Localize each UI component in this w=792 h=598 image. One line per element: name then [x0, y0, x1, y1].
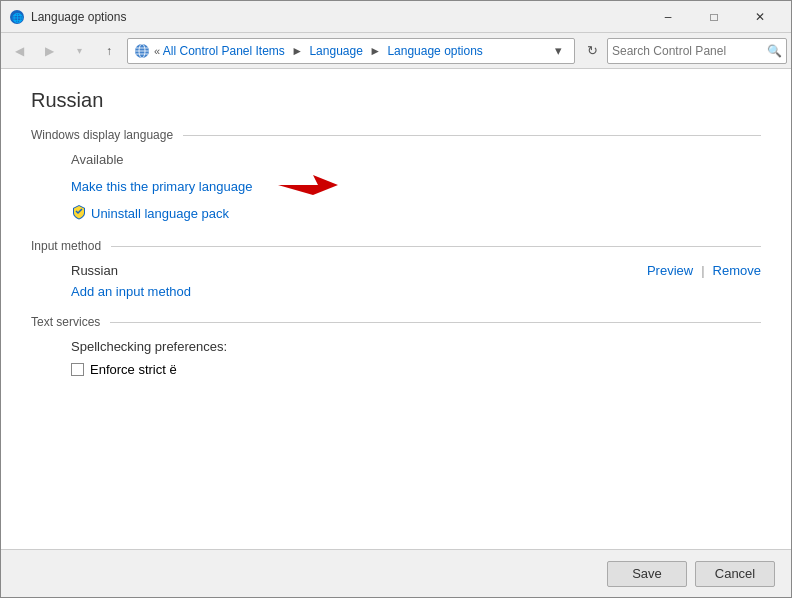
svg-marker-7 [278, 175, 338, 195]
up-button[interactable]: ↑ [95, 37, 123, 65]
address-dropdown-button[interactable]: ▾ [548, 39, 568, 63]
address-bar: ◀ ▶ ▾ ↑ « All Control Panel Items ► Lang… [1, 33, 791, 69]
refresh-button[interactable]: ↻ [579, 38, 605, 64]
red-arrow-indicator [268, 173, 338, 200]
forward-button[interactable]: ▶ [35, 37, 63, 65]
input-method-name: Russian [71, 263, 118, 278]
uninstall-row: Uninstall language pack [71, 204, 761, 223]
section-divider-2 [111, 246, 761, 247]
minimize-button[interactable]: – [645, 1, 691, 33]
display-language-section: Windows display language Available Make … [31, 128, 761, 223]
title-bar-controls: – □ ✕ [645, 1, 783, 33]
action-separator: | [701, 263, 704, 278]
display-language-header: Windows display language [31, 128, 761, 142]
shield-icon [71, 204, 87, 223]
maximize-button[interactable]: □ [691, 1, 737, 33]
input-method-header: Input method [31, 239, 761, 253]
preview-link[interactable]: Preview [647, 263, 693, 278]
text-services-label: Text services [31, 315, 100, 329]
recent-pages-button[interactable]: ▾ [65, 37, 93, 65]
breadcrumb-control-panel[interactable]: All Control Panel Items [163, 44, 285, 58]
address-path: « All Control Panel Items ► Language ► L… [127, 38, 575, 64]
enforce-strict-checkbox[interactable] [71, 363, 84, 376]
search-box: 🔍 [607, 38, 787, 64]
text-services-section: Text services Spellchecking preferences:… [31, 315, 761, 377]
back-button[interactable]: ◀ [5, 37, 33, 65]
search-icon[interactable]: 🔍 [767, 44, 782, 58]
address-icon [134, 43, 150, 59]
svg-text:🌐: 🌐 [12, 12, 24, 24]
input-method-section: Input method Russian Preview | Remove Ad… [31, 239, 761, 299]
title-bar: 🌐 Language options – □ ✕ [1, 1, 791, 33]
section-divider [183, 135, 761, 136]
breadcrumb-language[interactable]: Language [309, 44, 362, 58]
input-method-actions: Preview | Remove [647, 263, 761, 278]
text-services-header: Text services [31, 315, 761, 329]
make-primary-link[interactable]: Make this the primary language [71, 179, 252, 194]
main-content: Russian Windows display language Availab… [1, 69, 791, 549]
section-divider-3 [110, 322, 761, 323]
spellcheck-label: Spellchecking preferences: [71, 339, 761, 354]
add-input-method-link[interactable]: Add an input method [71, 284, 191, 299]
input-method-row: Russian Preview | Remove [71, 263, 761, 278]
available-status: Available [71, 152, 761, 167]
cancel-button[interactable]: Cancel [695, 561, 775, 587]
breadcrumb-text: « All Control Panel Items ► Language ► L… [154, 44, 548, 58]
close-button[interactable]: ✕ [737, 1, 783, 33]
content-area: Russian Windows display language Availab… [1, 69, 791, 597]
window-title: Language options [31, 10, 645, 24]
enforce-strict-label: Enforce strict ё [90, 362, 177, 377]
footer: Save Cancel [1, 549, 791, 597]
search-input[interactable] [612, 44, 767, 58]
input-method-label: Input method [31, 239, 101, 253]
page-title: Russian [31, 89, 761, 112]
display-language-label: Windows display language [31, 128, 173, 142]
breadcrumb-language-options[interactable]: Language options [387, 44, 482, 58]
display-language-content: Available Make this the primary language [31, 152, 761, 223]
save-button[interactable]: Save [607, 561, 687, 587]
input-method-content: Russian Preview | Remove Add an input me… [31, 263, 761, 299]
uninstall-link[interactable]: Uninstall language pack [91, 206, 229, 221]
window-icon: 🌐 [9, 9, 25, 25]
enforce-strict-row: Enforce strict ё [71, 362, 761, 377]
remove-link[interactable]: Remove [713, 263, 761, 278]
main-window: 🌐 Language options – □ ✕ ◀ ▶ ▾ ↑ [0, 0, 792, 598]
text-services-content: Spellchecking preferences: Enforce stric… [31, 339, 761, 377]
